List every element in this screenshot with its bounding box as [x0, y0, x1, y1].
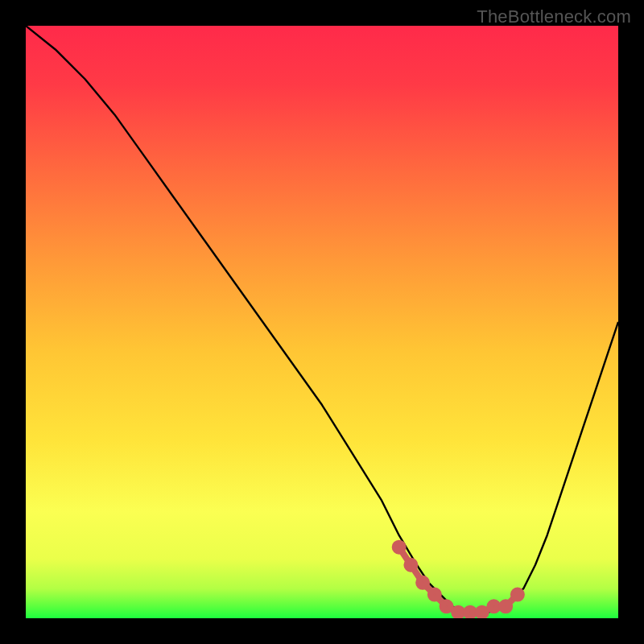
svg-point-15: [454, 609, 462, 617]
svg-point-14: [443, 602, 451, 610]
svg-point-13: [431, 591, 439, 599]
chart-svg: [26, 26, 618, 618]
chart-container: TheBottleneck.com: [0, 0, 644, 644]
svg-point-16: [466, 609, 474, 617]
svg-point-17: [478, 609, 486, 617]
svg-point-19: [502, 602, 510, 610]
svg-point-10: [395, 543, 403, 551]
svg-point-18: [489, 602, 497, 610]
svg-point-11: [407, 561, 415, 569]
watermark-text: TheBottleneck.com: [477, 6, 631, 27]
plot-area: [26, 26, 618, 618]
svg-point-20: [514, 591, 522, 599]
svg-point-12: [419, 579, 427, 587]
